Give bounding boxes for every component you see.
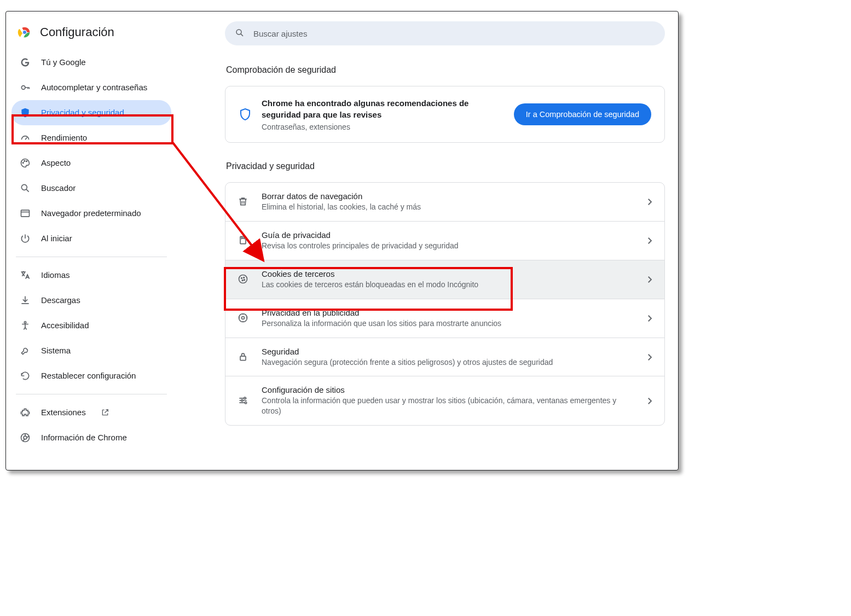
row-third-party-cookies[interactable]: Cookies de terceros Las cookies de terce… (225, 260, 664, 299)
divider (16, 257, 167, 257)
brand: Configuración (11, 21, 171, 50)
external-link-icon (99, 406, 111, 419)
sidebar-item-label: Accesibilidad (41, 321, 89, 330)
chevron-right-icon (645, 313, 655, 323)
row-title: Borrar datos de navegación (262, 191, 633, 201)
chevron-right-icon (645, 197, 655, 207)
trash-icon (238, 196, 250, 208)
sidebar-item-you-google[interactable]: Tú y Google (11, 50, 171, 75)
svg-point-9 (24, 322, 26, 323)
sidebar-item-reset[interactable]: Restablecer configuración (11, 363, 171, 388)
row-ad-privacy[interactable]: Privacidad en la publicidad Personaliza … (225, 299, 664, 338)
row-title: Privacidad en la publicidad (262, 308, 633, 317)
sidebar-item-label: Navegador predeterminado (41, 208, 141, 218)
reset-icon (19, 370, 31, 382)
search-bar[interactable] (225, 21, 665, 45)
sidebar-item-label: Idiomas (41, 270, 70, 280)
svg-point-19 (242, 316, 245, 319)
section-label-safety: Comprobación de seguridad (226, 65, 665, 75)
section-label-privacy: Privacidad y seguridad (226, 161, 665, 171)
row-clear-data[interactable]: Borrar datos de navegación Elimina el hi… (225, 183, 664, 221)
sidebar-item-default-browser[interactable]: Navegador predeterminado (11, 201, 171, 226)
row-title: Guía de privacidad (262, 230, 633, 240)
sidebar-item-label: Autocompletar y contraseñas (41, 83, 147, 92)
palette-icon (19, 157, 31, 169)
guide-icon (238, 235, 250, 247)
sidebar-item-privacy[interactable]: Privacidad y seguridad (11, 100, 171, 125)
svg-point-3 (21, 86, 25, 90)
sidebar-item-label: Información de Chrome (41, 433, 127, 443)
sidebar-item-label: Extensiones (41, 408, 86, 417)
wrench-icon (19, 345, 31, 357)
safety-card: Chrome ha encontrado algunas recomendaci… (225, 86, 665, 143)
page-title: Configuración (40, 25, 114, 39)
shield-icon (19, 107, 31, 119)
chevron-right-icon (645, 275, 655, 284)
extensions-icon (19, 406, 31, 419)
row-sub: Revisa los controles principales de priv… (262, 241, 633, 251)
sidebar-item-performance[interactable]: Rendimiento (11, 125, 171, 150)
chevron-right-icon (645, 352, 655, 362)
sidebar-item-languages[interactable]: Idiomas (11, 263, 171, 288)
safety-row: Chrome ha encontrado algunas recomendaci… (225, 86, 664, 142)
safety-sub: Contraseñas, extensiones (262, 123, 504, 131)
svg-rect-20 (240, 356, 246, 361)
svg-point-5 (24, 160, 25, 161)
svg-point-16 (242, 280, 243, 281)
ad-icon (238, 312, 250, 324)
safety-check-button[interactable]: Ir a Comprobación de seguridad (514, 103, 651, 125)
chrome-logo-icon (17, 25, 32, 40)
sidebar-item-label: Aspecto (41, 158, 71, 168)
speedometer-icon (19, 132, 31, 144)
sidebar-item-autofill[interactable]: Autocompletar y contraseñas (11, 75, 171, 100)
svg-point-13 (239, 275, 247, 283)
sidebar-item-label: Privacidad y seguridad (41, 108, 124, 118)
svg-point-23 (245, 402, 246, 403)
row-title: Configuración de sitios (262, 385, 633, 394)
svg-point-17 (244, 280, 245, 281)
privacy-card: Borrar datos de navegación Elimina el hi… (225, 182, 665, 426)
sidebar-item-label: Tú y Google (41, 57, 86, 67)
row-site-settings[interactable]: Configuración de sitios Controla la info… (225, 376, 664, 425)
sidebar-item-label: Rendimiento (41, 133, 87, 143)
sidebar-item-search-engine[interactable]: Buscador (11, 176, 171, 201)
svg-point-22 (241, 399, 243, 401)
google-g-icon (19, 56, 31, 68)
sidebar-item-label: Buscador (41, 183, 76, 193)
row-sub: Elimina el historial, las cookies, la ca… (262, 202, 633, 212)
settings-window: Configuración Tú y Google Autocompletar … (5, 11, 679, 470)
download-icon (19, 294, 31, 306)
power-icon (19, 233, 31, 245)
sidebar-item-appearance[interactable]: Aspecto (11, 150, 171, 176)
search-input[interactable] (253, 29, 655, 38)
svg-point-7 (21, 184, 27, 190)
row-title: Seguridad (262, 347, 633, 356)
lock-icon (238, 351, 250, 363)
key-icon (19, 82, 31, 94)
svg-point-6 (26, 161, 27, 162)
sidebar-item-on-startup[interactable]: Al iniciar (11, 226, 171, 251)
sidebar-item-label: Al iniciar (41, 234, 72, 243)
sidebar-item-label: Descargas (41, 295, 80, 305)
svg-point-18 (239, 313, 247, 322)
svg-point-12 (236, 30, 241, 34)
search-icon (19, 182, 31, 194)
sidebar-item-about[interactable]: Información de Chrome (11, 425, 171, 450)
svg-point-21 (244, 397, 246, 399)
sidebar-item-downloads[interactable]: Descargas (11, 288, 171, 313)
row-title: Cookies de terceros (262, 269, 633, 278)
sidebar-item-label: Sistema (41, 346, 71, 356)
translate-icon (19, 269, 31, 281)
row-privacy-guide[interactable]: Guía de privacidad Revisa los controles … (225, 221, 664, 260)
shield-icon (239, 108, 252, 121)
sidebar-item-accessibility[interactable]: Accesibilidad (11, 313, 171, 338)
divider (16, 394, 167, 394)
svg-point-4 (22, 162, 24, 164)
row-security[interactable]: Seguridad Navegación segura (protección … (225, 338, 664, 376)
sidebar-item-label: Restablecer configuración (41, 371, 136, 381)
sidebar-item-extensions[interactable]: Extensiones (11, 400, 171, 425)
row-sub: Navegación segura (protección frente a s… (262, 357, 633, 368)
row-sub: Controla la información que pueden usar … (262, 396, 633, 416)
row-sub: Las cookies de terceros están bloqueadas… (262, 280, 633, 290)
sidebar-item-system[interactable]: Sistema (11, 338, 171, 363)
